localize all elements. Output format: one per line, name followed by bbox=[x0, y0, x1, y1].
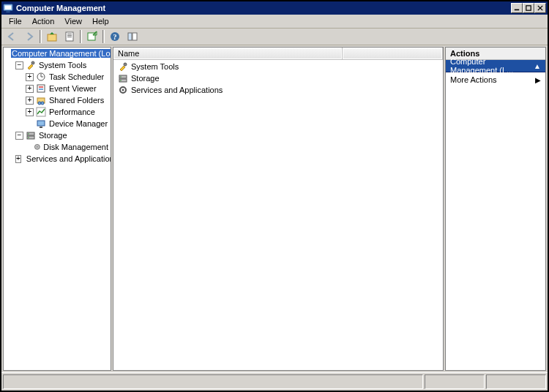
status-well bbox=[486, 374, 546, 389]
svg-point-37 bbox=[124, 63, 127, 66]
tree-label: Event Viewer bbox=[48, 84, 97, 93]
tools-icon bbox=[118, 61, 128, 72]
titlebar[interactable]: Computer Management bbox=[1, 1, 548, 15]
collapse-icon[interactable]: − bbox=[15, 61, 23, 69]
tree-root-label: Computer Management (Local) bbox=[11, 49, 111, 58]
close-button[interactable] bbox=[534, 3, 546, 13]
menu-help[interactable]: Help bbox=[88, 16, 115, 26]
menu-file[interactable]: File bbox=[4, 16, 28, 26]
tree-noexpander bbox=[26, 120, 34, 128]
help-button[interactable]: ? bbox=[106, 29, 124, 45]
expand-icon[interactable]: + bbox=[26, 108, 34, 116]
list-item[interactable]: Services and Applications bbox=[115, 84, 441, 96]
expand-icon[interactable]: + bbox=[26, 85, 34, 93]
svg-rect-21 bbox=[39, 86, 43, 88]
toolbar: ? bbox=[1, 29, 548, 45]
collapse-up-icon: ▲ bbox=[534, 62, 541, 70]
console-tree[interactable]: Computer Management (Local) − System Too… bbox=[4, 48, 111, 165]
tree-root[interactable]: Computer Management (Local) bbox=[5, 48, 109, 59]
tree-disk-management[interactable]: Disk Management bbox=[5, 141, 109, 153]
forward-button[interactable] bbox=[20, 29, 38, 45]
svg-rect-27 bbox=[37, 121, 45, 126]
svg-point-18 bbox=[31, 61, 34, 64]
svg-point-40 bbox=[120, 76, 122, 78]
svg-point-32 bbox=[28, 137, 29, 138]
storage-icon bbox=[118, 73, 128, 83]
svg-rect-13 bbox=[128, 33, 132, 40]
tree-performance[interactable]: + Performance bbox=[5, 106, 109, 118]
list-item-label: Storage bbox=[131, 74, 160, 83]
svg-rect-9 bbox=[67, 37, 72, 37]
svg-rect-8 bbox=[67, 35, 72, 36]
svg-point-24 bbox=[38, 102, 41, 105]
svg-rect-3 bbox=[515, 10, 519, 11]
tree-noexpander bbox=[26, 143, 31, 151]
show-hide-console-tree-button[interactable] bbox=[124, 29, 141, 45]
tree-event-viewer[interactable]: + Event Viewer bbox=[5, 83, 109, 94]
svg-rect-22 bbox=[39, 88, 43, 90]
shared-folders-icon bbox=[36, 95, 46, 105]
svg-rect-14 bbox=[132, 33, 137, 40]
list-item[interactable]: System Tools bbox=[115, 61, 441, 72]
result-list[interactable]: System Tools Storage Services and Applic… bbox=[113, 59, 443, 97]
svg-rect-7 bbox=[67, 34, 72, 34]
svg-text:?: ? bbox=[113, 33, 117, 41]
svg-rect-5 bbox=[48, 34, 56, 41]
tools-icon bbox=[26, 60, 36, 70]
column-header-empty[interactable] bbox=[343, 48, 443, 60]
list-item[interactable]: Storage bbox=[115, 72, 441, 84]
svg-rect-1 bbox=[5, 6, 12, 10]
device-manager-icon bbox=[36, 118, 46, 129]
actions-pane: Actions Computer Management (L... ▲ More… bbox=[445, 47, 546, 371]
console-tree-pane: Computer Management (Local) − System Too… bbox=[3, 47, 111, 371]
tree-device-manager[interactable]: Device Manager bbox=[5, 118, 109, 129]
event-viewer-icon bbox=[36, 83, 46, 94]
minimize-button[interactable] bbox=[511, 3, 523, 13]
tree-label: System Tools bbox=[38, 61, 87, 69]
status-well bbox=[3, 374, 423, 389]
svg-point-43 bbox=[122, 89, 124, 91]
performance-icon bbox=[36, 107, 46, 117]
menu-view[interactable]: View bbox=[60, 16, 88, 26]
toolbar-separator bbox=[40, 30, 42, 43]
expand-icon[interactable]: + bbox=[15, 155, 21, 163]
up-button[interactable] bbox=[43, 29, 61, 45]
services-icon bbox=[118, 85, 128, 95]
clock-icon bbox=[36, 72, 46, 82]
back-button[interactable] bbox=[3, 29, 20, 45]
status-well bbox=[425, 374, 485, 389]
toolbar-separator bbox=[102, 30, 105, 43]
tree-label: Shared Folders bbox=[48, 96, 105, 105]
svg-point-31 bbox=[28, 133, 29, 135]
tree-services-and-applications[interactable]: + Services and Applications bbox=[5, 153, 109, 165]
properties-button[interactable] bbox=[61, 29, 78, 45]
toolbar-separator bbox=[80, 30, 82, 43]
tree-system-tools[interactable]: − System Tools bbox=[5, 59, 109, 71]
column-header-name[interactable]: Name bbox=[113, 48, 343, 60]
list-item-label: Services and Applications bbox=[131, 86, 223, 94]
storage-icon bbox=[26, 130, 36, 140]
client-area: Computer Management (Local) − System Too… bbox=[1, 45, 548, 372]
svg-rect-28 bbox=[40, 127, 42, 128]
result-list-pane: Name System Tools Storage Services and A… bbox=[113, 47, 444, 371]
disk-management-icon bbox=[34, 142, 41, 152]
svg-rect-2 bbox=[6, 11, 10, 12]
more-actions-item[interactable]: More Actions ▶ bbox=[446, 72, 545, 87]
svg-point-25 bbox=[41, 102, 44, 105]
tree-label: Device Manager bbox=[48, 119, 108, 128]
expand-icon[interactable]: + bbox=[26, 73, 34, 81]
svg-point-41 bbox=[120, 80, 122, 81]
expand-icon[interactable]: + bbox=[26, 97, 34, 105]
actions-section-header[interactable]: Computer Management (L... ▲ bbox=[446, 60, 545, 72]
tree-shared-folders[interactable]: + Shared Folders bbox=[5, 94, 109, 106]
menu-action[interactable]: Action bbox=[28, 16, 61, 26]
maximize-button[interactable] bbox=[523, 3, 534, 13]
tree-label: Services and Applications bbox=[26, 154, 111, 163]
collapse-icon[interactable]: − bbox=[15, 132, 23, 140]
mmc-window: Computer Management File Action View Hel… bbox=[0, 0, 549, 392]
export-list-button[interactable] bbox=[83, 29, 101, 45]
tree-label: Task Scheduler bbox=[48, 72, 105, 81]
tree-task-scheduler[interactable]: + Task Scheduler bbox=[5, 71, 109, 83]
tree-label: Disk Management bbox=[42, 143, 109, 151]
tree-storage[interactable]: − Storage bbox=[5, 129, 109, 141]
